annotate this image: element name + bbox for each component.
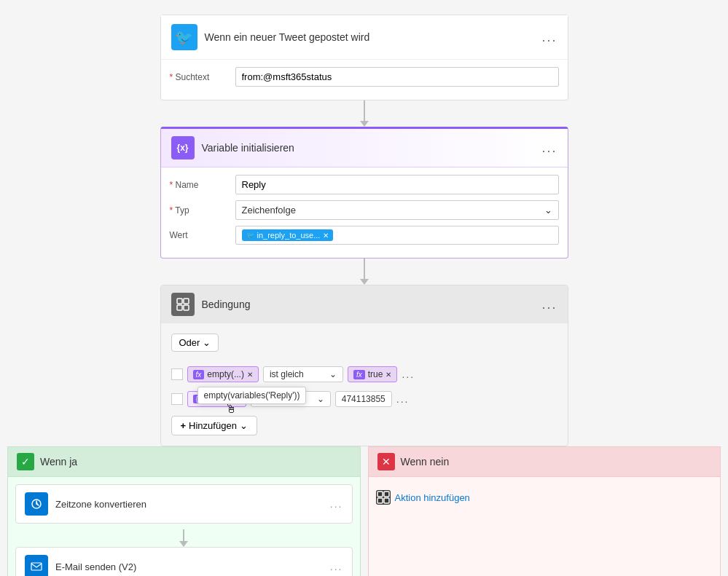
variable-step-menu[interactable]: ... [541,141,557,156]
add-action-button[interactable]: Aktion hinzufügen [376,484,713,510]
condition-menu[interactable]: ... [541,297,557,312]
twitter-step-title: Wenn ein neuer Tweet gepostet wird [205,31,542,43]
fx-label-1: fx [193,370,205,379]
suchtext-label: Suchtext [170,72,235,82]
variable-icon: {x} [171,136,195,159]
svg-rect-0 [177,299,182,304]
typ-label: Typ [170,205,235,216]
twitter-step-card: 🐦 Wenn ein neuer Tweet gepostet wird ...… [160,15,568,100]
wenn-ja-body: Zeitzone konvertieren ... [7,477,361,576]
condition-icon [171,293,195,316]
cond-operator-1-chevron: ⌄ [329,369,337,379]
cond-pill-true[interactable]: fx true ✕ [348,366,397,382]
connector-2 [360,259,369,285]
cond-checkbox-2[interactable] [171,393,183,405]
variable-step-card: {x} Variable initialisieren ... Name Typ… [160,127,568,259]
tooltip-box: empty(variables('Reply')) [197,387,307,404]
wert-input[interactable]: 🐦 in_reply_to_use... ✕ [235,226,559,245]
svg-rect-2 [177,305,182,310]
zeitzone-menu[interactable]: ... [330,498,343,510]
hinzufugen-button[interactable]: + Hinzufügen ⌄ [171,416,257,435]
cond-row2-menu[interactable]: ... [396,393,410,405]
zeitzone-label: Zeitzone konvertieren [55,499,323,510]
condition-row-1: fx empty(...) ✕ ist gleich ⌄ fx true ✕ [171,366,557,382]
wenn-ja-section: ✓ Wenn ja Zeitzone konvertieren ... [7,446,361,576]
svg-rect-6 [377,492,383,497]
svg-rect-9 [384,498,389,503]
connector-3 [15,529,353,547]
zeitzone-action: Zeitzone konvertieren ... [15,484,353,524]
cond-true-text: true [368,369,383,379]
tooltip-text: empty(variables('Reply')) [204,390,300,401]
name-label: Name [170,180,235,190]
svg-rect-5 [31,563,42,570]
cond-operator-2-chevron: ⌄ [317,394,324,404]
cond-pill-empty[interactable]: fx empty(...) ✕ [187,366,259,382]
connector-1 [360,100,369,127]
cond-checkbox-1[interactable] [171,368,183,380]
email-menu[interactable]: ... [330,561,343,572]
condition-step-card: Bedingung ... Oder ⌄ fx [160,285,568,446]
wenn-nein-title: Wenn nein [401,456,450,467]
typ-select[interactable]: Zeichenfolge ⌄ [235,200,559,220]
plus-icon: + [181,420,187,431]
wert-label: Wert [170,230,235,240]
add-action-label: Aktion hinzufügen [395,492,470,503]
hinzufugen-chevron: ⌄ [240,420,248,431]
wenn-nein-section: ✕ Wenn nein Aktion hinzuf [368,446,721,576]
name-input[interactable] [235,175,559,194]
cond-operator-1[interactable]: ist gleich ⌄ [263,366,343,382]
fx-label-2: fx [353,370,365,379]
suchtext-input[interactable] [235,67,559,87]
cond-empty-text: empty(...) [207,369,244,379]
check-icon: ✓ [17,453,34,470]
x-icon: ✕ [377,453,395,470]
svg-rect-1 [184,299,189,304]
email-action: E-Mail senden (V2) ... [15,547,353,576]
cond-empty-close[interactable]: ✕ [247,371,253,379]
twitter-step-menu[interactable]: ... [541,30,557,45]
wert-tag-close[interactable]: ✕ [323,232,329,240]
wenn-nein-body: Aktion hinzufügen [368,477,721,576]
wert-tag-twitter-icon: 🐦 [246,232,254,239]
wenn-ja-title: Wenn ja [40,456,77,467]
svg-rect-7 [384,492,389,497]
typ-value: Zeichenfolge [242,205,296,216]
typ-chevron: ⌄ [544,205,552,216]
oder-button[interactable]: Oder ⌄ [171,334,219,352]
wert-tag: 🐦 in_reply_to_use... ✕ [242,229,334,241]
zeitzone-icon [25,492,48,516]
cond-operator-1-text: ist gleich [270,369,304,379]
cond-row1-menu[interactable]: ... [402,368,415,380]
svg-rect-8 [377,498,383,503]
twitter-icon: 🐦 [171,24,197,50]
oder-chevron: ⌄ [203,337,211,348]
cond-value-2: 474113855 [335,391,392,407]
wenn-nein-header: ✕ Wenn nein [368,446,721,477]
svg-rect-3 [184,305,189,310]
wenn-ja-header: ✓ Wenn ja [7,446,361,477]
email-icon [25,555,48,576]
add-action-icon [376,490,391,505]
email-label: E-Mail senden (V2) [55,561,323,572]
cond-true-close[interactable]: ✕ [385,371,391,379]
hinzufugen-label: Hinzufügen [189,420,237,431]
wert-tag-text: in_reply_to_use... [257,231,321,240]
variable-step-title: Variable initialisieren [202,142,542,154]
cond-value-2-text: 474113855 [342,394,385,404]
condition-title: Bedingung [202,299,542,310]
oder-label: Oder [179,337,200,348]
